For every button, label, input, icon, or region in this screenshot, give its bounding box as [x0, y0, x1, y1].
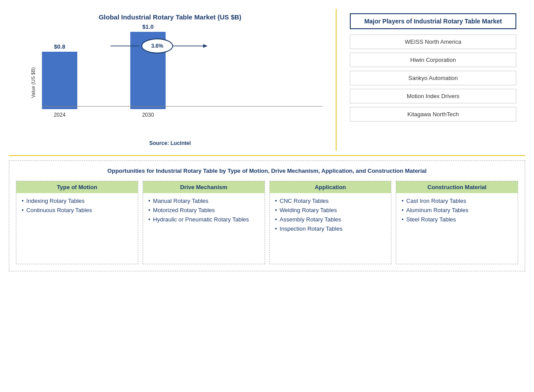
bullet: •: [22, 207, 24, 213]
bar-2024: [42, 52, 77, 109]
col-body-1: • Manual Rotary Tables • Motorized Rotar…: [143, 193, 265, 264]
col-header-1: Drive Mechanism: [143, 181, 265, 193]
bullet: •: [22, 198, 24, 204]
col-application: Application • CNC Rotary Tables • Weldin…: [269, 181, 392, 264]
col-2-item-2: • Assembly Rotary Tables: [275, 216, 386, 223]
bar-label-2024: 2024: [54, 112, 66, 118]
col-header-3: Construction Material: [396, 181, 518, 193]
col-type-of-motion: Type of Motion • Indexing Rotary Tables …: [16, 181, 138, 264]
bullet: •: [401, 198, 404, 204]
horizontal-divider: [9, 155, 525, 156]
bar-label-2030: 2030: [142, 112, 154, 118]
bullet: •: [275, 216, 277, 223]
bullet: •: [275, 198, 277, 204]
chart-area: Global Industrial Rotary Table Market (U…: [9, 9, 331, 151]
right-arrow: [173, 42, 208, 50]
player-item-4: Kitagawa NorthTech: [350, 107, 516, 122]
columns-row: Type of Motion • Indexing Rotary Tables …: [16, 181, 518, 264]
col-body-2: • CNC Rotary Tables • Welding Rotary Tab…: [270, 193, 391, 264]
bullet: •: [275, 207, 277, 213]
col-0-item-1: • Continuous Rotary Tables: [22, 207, 133, 213]
col-drive-mechanism: Drive Mechanism • Manual Rotary Tables •…: [143, 181, 265, 264]
top-section: Global Industrial Rotary Table Market (U…: [9, 9, 525, 151]
y-axis-label: Value (US $B): [30, 67, 36, 98]
col-1-item-2: • Hydraulic or Pneumatic Rotary Tables: [148, 216, 259, 223]
cagr-annotation: 3.6%: [110, 38, 208, 53]
left-arrow: [110, 42, 141, 50]
col-2-item-1: • Welding Rotary Tables: [275, 207, 386, 213]
bullet: •: [148, 198, 151, 204]
svg-marker-2: [203, 44, 208, 48]
bullet: •: [401, 216, 404, 223]
bar-value-2030: $1.0: [142, 23, 153, 30]
col-1-item-0: • Manual Rotary Tables: [148, 198, 259, 204]
col-body-0: • Indexing Rotary Tables • Continuous Ro…: [16, 193, 138, 264]
player-item-1: Hiwin Corporation: [350, 53, 516, 67]
chart-title: Global Industrial Rotary Table Market (U…: [18, 13, 322, 21]
player-item-0: WEISS North America: [350, 34, 516, 49]
bullet: •: [148, 207, 151, 213]
bar-group-2030: $1.0 2030: [130, 23, 166, 118]
bottom-title: Opportunities for Industrial Rotary Tabl…: [16, 167, 518, 174]
col-3-item-1: • Aluminum Rotary Tables: [401, 207, 512, 213]
col-header-0: Type of Motion: [16, 181, 138, 193]
player-item-2: Sankyo Automation: [350, 71, 516, 85]
col-header-2: Application: [270, 181, 391, 193]
bullet: •: [401, 207, 404, 213]
col-1-item-1: • Motorized Rotary Tables: [148, 207, 259, 213]
col-0-item-0: • Indexing Rotary Tables: [22, 198, 133, 204]
cagr-label: 3.6%: [151, 43, 163, 49]
col-construction-material: Construction Material • Cast Iron Rotary…: [396, 181, 518, 264]
players-area: Major Players of Industrial Rotary Table…: [341, 9, 525, 151]
col-2-item-3: • Inspection Rotary Tables: [275, 225, 386, 232]
bar-group-2024: $0.8 2024: [42, 43, 77, 118]
players-title: Major Players of Industrial Rotary Table…: [350, 13, 516, 29]
vertical-divider: [336, 9, 337, 151]
col-body-3: • Cast Iron Rotary Tables • Aluminum Rot…: [396, 193, 518, 264]
col-2-item-0: • CNC Rotary Tables: [275, 198, 386, 204]
bullet: •: [148, 216, 151, 223]
cagr-ellipse: 3.6%: [141, 38, 173, 53]
bullet: •: [275, 225, 277, 232]
player-item-3: Motion Index Drivers: [350, 89, 516, 103]
source-text: Source: Lucintel: [18, 140, 322, 146]
col-3-item-0: • Cast Iron Rotary Tables: [401, 198, 512, 204]
chart-baseline: [42, 106, 322, 107]
bar-value-2024: $0.8: [54, 43, 65, 50]
col-3-item-2: • Steel Rotary Tables: [401, 216, 512, 223]
bottom-section: Opportunities for Industrial Rotary Tabl…: [9, 160, 525, 271]
